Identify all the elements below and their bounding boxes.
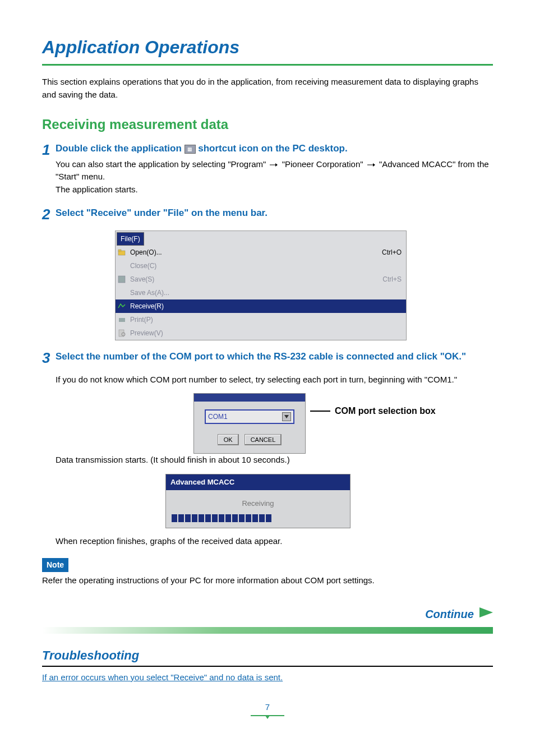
- menu-item-shortcut: Ctrl+S: [371, 274, 402, 284]
- ok-button: OK: [218, 434, 239, 445]
- svg-marker-11: [479, 607, 493, 617]
- note-label: Note: [42, 558, 68, 572]
- step-3: 3 Select the number of the COM port to w…: [42, 349, 493, 364]
- receive-icon: [118, 302, 127, 310]
- dropdown-arrow-icon: [282, 412, 291, 421]
- menu-item-label: Close(C): [130, 261, 402, 271]
- file-menu-tab: File(F): [117, 232, 144, 246]
- menu-item-label: Receive(R): [130, 301, 402, 311]
- svg-marker-13: [265, 716, 270, 719]
- svg-marker-1: [275, 163, 278, 167]
- application-shortcut-icon: ▦: [185, 145, 196, 154]
- page-number-row: 7: [42, 701, 493, 715]
- save-icon: [118, 275, 127, 283]
- svg-rect-5: [118, 250, 121, 251]
- troubleshooting-link[interactable]: If an error occurs when you select "Rece…: [42, 672, 283, 682]
- troubleshooting-heading: Troubleshooting: [42, 646, 493, 667]
- callout-line: [310, 411, 330, 412]
- open-icon: [118, 248, 127, 256]
- menu-item-label: Save(S): [130, 274, 371, 284]
- page-number: 7: [265, 702, 270, 712]
- step-number: 1: [42, 139, 50, 161]
- menu-item-label: Preview(V): [130, 328, 402, 338]
- step-number: 2: [42, 204, 50, 225]
- com-port-selected-value: COM1: [208, 412, 228, 422]
- file-menu-figure: File(F) Open(O)... Ctrl+O Close(C) Save(…: [115, 231, 493, 340]
- menu-item-open: Open(O)... Ctrl+O: [116, 246, 406, 259]
- step-1-body-line2: The application starts.: [56, 183, 493, 196]
- step-1: 1 Double click the application ▦ shortcu…: [42, 141, 493, 196]
- intro-text: This section explains operations that yo…: [42, 76, 493, 101]
- step-1-title-after: shortcut icon on the PC desktop.: [196, 143, 348, 154]
- page-title: Application Operations: [42, 34, 493, 66]
- svg-marker-3: [373, 163, 375, 167]
- menu-item-print: Print(P): [116, 313, 406, 326]
- dialog-titlebar: [194, 394, 305, 402]
- step-3-title: Select the number of the COM port to whi…: [56, 351, 466, 362]
- progress-bar: [166, 512, 350, 528]
- saveas-icon: [118, 289, 127, 297]
- receiving-dialog-title: Advanced MCACC: [166, 474, 350, 490]
- menu-item-shortcut: Ctrl+O: [371, 247, 402, 257]
- step-number: 3: [42, 347, 50, 369]
- step-1-title-before: Double click the application: [56, 143, 185, 154]
- arrow-icon: [367, 158, 375, 171]
- step-2-title: Select "Receive" under "File" on the men…: [56, 208, 268, 218]
- continue-label[interactable]: Continue: [425, 608, 474, 620]
- close-icon: [118, 262, 127, 270]
- menu-item-saveas: Save As(A)...: [116, 286, 406, 299]
- step-2: 2 Select "Receive" under "File" on the m…: [42, 206, 493, 220]
- svg-rect-8: [119, 330, 124, 336]
- menu-item-close: Close(C): [116, 259, 406, 273]
- preview-icon: [118, 329, 127, 337]
- divider: [42, 627, 493, 634]
- continue-arrow-icon[interactable]: [479, 607, 493, 621]
- print-icon: [118, 316, 127, 324]
- arrow-icon: [270, 158, 278, 171]
- svg-marker-10: [284, 415, 289, 418]
- menu-item-label: Print(P): [130, 315, 402, 325]
- com-dialog-figure: COM1 OK CANCEL COM port selection box: [193, 393, 493, 454]
- continue-row: Continue: [42, 606, 493, 623]
- com-port-select: COM1: [205, 409, 294, 424]
- after-receive-text: When reception finishes, graphs of the r…: [56, 535, 493, 548]
- cancel-button: CANCEL: [245, 434, 282, 445]
- menu-item-receive: Receive(R): [116, 299, 406, 313]
- menu-item-save: Save(S) Ctrl+S: [116, 273, 406, 286]
- section-heading: Receiving measurement data: [42, 114, 493, 135]
- menu-item-label: Save As(A)...: [130, 288, 402, 298]
- com-callout-label: COM port selection box: [335, 404, 436, 418]
- step-1-body-b: "Pioneer Corporation": [279, 159, 365, 169]
- step-3-body: If you do not know which COM port number…: [56, 374, 493, 386]
- menu-item-label: Open(O)...: [130, 247, 371, 257]
- receiving-label: Receiving: [166, 490, 350, 513]
- note-text: Refer the operating instructions of your…: [42, 574, 493, 587]
- receiving-dialog: Advanced MCACC Receiving: [165, 474, 350, 528]
- svg-rect-6: [118, 276, 125, 283]
- menu-item-preview: Preview(V): [116, 326, 406, 340]
- after-com-text: Data transmission starts. (It should fin…: [56, 454, 493, 467]
- step-1-body-a: You can also start the application by se…: [56, 159, 268, 169]
- svg-rect-7: [119, 318, 125, 322]
